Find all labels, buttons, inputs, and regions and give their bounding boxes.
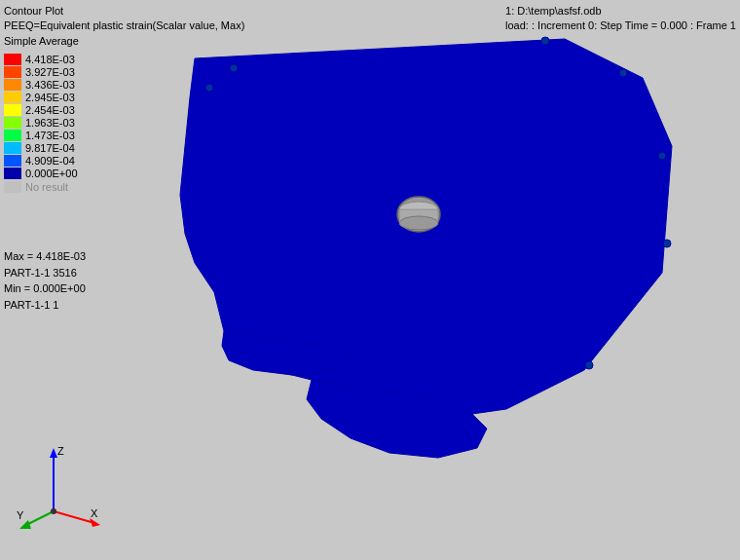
legend-item: 1.473E-03 <box>4 130 78 141</box>
svg-line-15 <box>54 511 94 523</box>
legend-item: 4.418E-03 <box>4 54 78 65</box>
legend-value-label: 3.927E-03 <box>25 66 75 78</box>
svg-marker-14 <box>19 520 31 529</box>
svg-point-7 <box>619 69 627 77</box>
legend-item: 2.945E-03 <box>4 92 78 103</box>
legend-color-swatch <box>4 79 21 91</box>
main-visualization <box>97 0 721 497</box>
legend-color-swatch <box>4 142 21 154</box>
legend-value-label: 1.963E-03 <box>25 117 75 129</box>
legend-value-label: 1.473E-03 <box>25 130 75 141</box>
legend-color-swatch <box>4 104 21 116</box>
legend-value-label: 9.817E-04 <box>25 142 75 154</box>
svg-marker-16 <box>90 518 100 527</box>
legend-item: 3.927E-03 <box>4 66 78 78</box>
legend-item: 0.000E+00 <box>4 168 78 179</box>
legend-color-swatch <box>4 117 21 129</box>
legend-value-label: 4.418E-03 <box>25 54 75 65</box>
svg-point-17 <box>51 508 56 514</box>
y-axis-label: Y <box>17 509 24 521</box>
min-value: Min = 0.000E+00 <box>4 280 86 297</box>
legend-item: 2.454E-03 <box>4 104 78 116</box>
legend: 4.418E-033.927E-033.436E-032.945E-032.45… <box>4 54 78 193</box>
no-result-label: No result <box>25 181 68 193</box>
svg-point-10 <box>585 361 593 369</box>
x-axis-label: X <box>91 507 98 519</box>
svg-marker-12 <box>50 448 57 458</box>
min-location: PART-1-1 1 <box>4 297 86 314</box>
coordinate-axes: Z Y X <box>15 443 102 531</box>
legend-item: 9.817E-04 <box>4 142 78 154</box>
svg-point-6 <box>541 37 549 45</box>
legend-value-label: 2.945E-03 <box>25 92 75 103</box>
legend-value-label: 4.909E-04 <box>25 155 75 167</box>
legend-color-swatch <box>4 130 21 141</box>
svg-point-9 <box>663 240 671 247</box>
no-result-item: No result <box>4 181 78 193</box>
legend-color-swatch <box>4 155 21 167</box>
stats-block: Max = 4.418E-03 PART-1-1 3516 Min = 0.00… <box>4 248 86 313</box>
legend-color-swatch <box>4 168 21 179</box>
legend-value-label: 3.436E-03 <box>25 79 75 91</box>
no-result-swatch <box>4 181 21 193</box>
z-axis-label: Z <box>57 445 64 457</box>
legend-item: 4.909E-04 <box>4 155 78 167</box>
legend-item: 3.436E-03 <box>4 79 78 91</box>
svg-point-4 <box>205 84 213 92</box>
legend-color-swatch <box>4 54 21 65</box>
max-value: Max = 4.418E-03 <box>4 248 86 265</box>
legend-color-swatch <box>4 92 21 103</box>
legend-item: 1.963E-03 <box>4 117 78 129</box>
max-location: PART-1-1 3516 <box>4 265 86 281</box>
legend-value-label: 0.000E+00 <box>25 168 78 179</box>
svg-point-8 <box>658 152 666 160</box>
svg-point-3 <box>399 216 438 230</box>
svg-point-5 <box>230 64 238 72</box>
legend-value-label: 2.454E-03 <box>25 104 75 116</box>
legend-color-swatch <box>4 66 21 78</box>
